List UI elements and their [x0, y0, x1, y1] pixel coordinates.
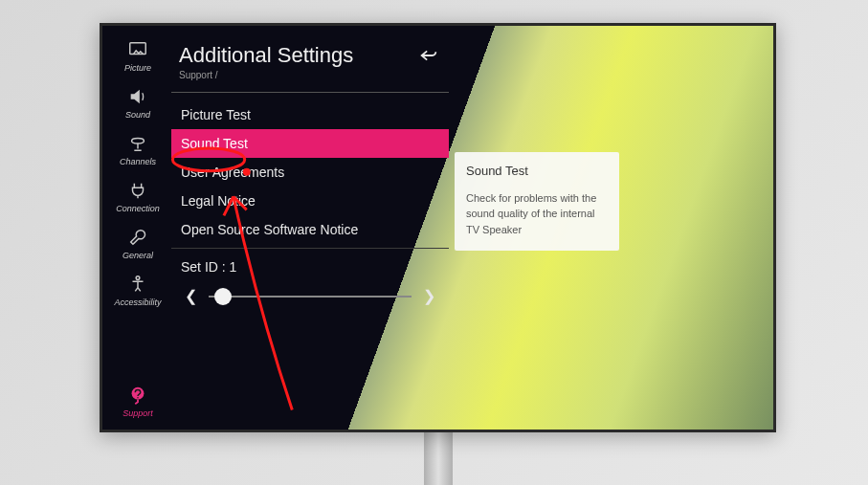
tv-stand — [424, 432, 453, 485]
picture-icon — [127, 39, 148, 60]
set-id-slider[interactable]: ❮ ❯ — [171, 281, 449, 312]
help-tooltip: Sound Test Check for problems with the s… — [455, 152, 619, 251]
satellite-icon — [127, 133, 148, 154]
menu-item-set-id[interactable]: Set ID : 1 — [171, 253, 449, 281]
chevron-right-icon[interactable]: ❯ — [419, 287, 439, 306]
slider-knob[interactable] — [214, 288, 232, 305]
support-icon — [127, 385, 148, 406]
sidebar-item-label: Picture — [124, 63, 151, 73]
sidebar-item-label: Connection — [116, 204, 160, 213]
sidebar-item-label: Accessibility — [114, 298, 161, 307]
menu-item-user-agreements[interactable]: User Agreements — [171, 158, 449, 187]
tooltip-body: Check for problems with the sound qualit… — [466, 190, 608, 238]
sidebar-item-sound[interactable]: Sound — [108, 78, 167, 125]
sidebar-item-label: Support — [122, 408, 153, 418]
slider-track[interactable] — [209, 296, 412, 298]
page-title: Additional Settings — [179, 43, 353, 68]
sidebar-item-label: Sound — [125, 110, 150, 120]
plug-icon — [127, 180, 148, 201]
breadcrumb: Support / — [171, 70, 449, 86]
back-icon[interactable] — [418, 48, 439, 63]
sidebar-item-general[interactable]: General — [108, 219, 167, 266]
tooltip-title: Sound Test — [466, 162, 608, 181]
svg-point-4 — [137, 397, 138, 398]
speaker-icon — [127, 86, 148, 107]
divider — [171, 92, 449, 93]
sidebar-item-label: General — [122, 251, 153, 260]
accessibility-icon — [127, 274, 148, 295]
sidebar-item-support[interactable]: Support — [108, 377, 167, 424]
menu-item-open-source[interactable]: Open Source Software Notice — [171, 215, 449, 244]
menu-item-picture-test[interactable]: Picture Test — [171, 100, 449, 129]
sidebar-item-accessibility[interactable]: Accessibility — [108, 266, 167, 313]
chevron-left-icon[interactable]: ❮ — [181, 287, 201, 306]
sidebar-item-label: Channels — [120, 157, 156, 166]
sidebar-item-picture[interactable]: Picture — [108, 32, 167, 78]
sidebar-item-connection[interactable]: Connection — [108, 172, 167, 219]
wrench-icon — [127, 227, 148, 248]
svg-point-1 — [132, 139, 145, 144]
settings-sidebar: Picture Sound Channels Connection — [108, 32, 167, 424]
menu-item-sound-test[interactable]: Sound Test — [171, 129, 449, 158]
sidebar-item-channels[interactable]: Channels — [108, 125, 167, 172]
tv-frame: Picture Sound Channels Connection — [100, 23, 776, 432]
menu-item-legal-notice[interactable]: Legal Notice — [171, 187, 449, 215]
settings-main-panel: Additional Settings Support / Picture Te… — [171, 35, 449, 312]
tv-screen: Picture Sound Channels Connection — [102, 26, 773, 430]
divider — [171, 248, 449, 249]
settings-menu: Picture Test Sound Test User Agreements … — [171, 100, 449, 312]
svg-point-2 — [136, 276, 140, 280]
